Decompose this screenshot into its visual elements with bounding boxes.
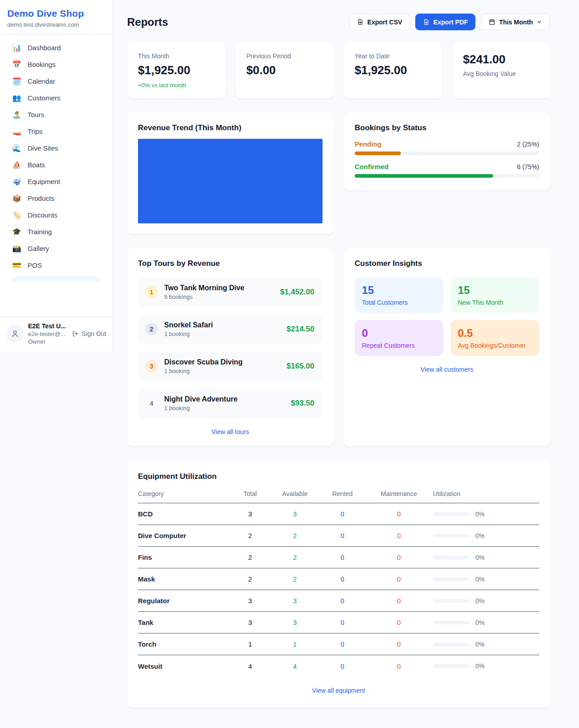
tour-amount: $93.50: [291, 399, 314, 408]
equipment-row: Regulator33000%: [138, 590, 539, 612]
lists-row: Top Tours by Revenue 1Two Tank Morning D…: [127, 248, 550, 446]
rank-badge: 2: [145, 323, 158, 336]
equipment-category: Torch: [138, 640, 230, 648]
tour-info: Two Tank Morning Dive5 bookings: [164, 284, 274, 300]
equipment-row: Torch11000%: [138, 633, 539, 655]
customers-icon: 👥: [12, 95, 21, 102]
utilization-percent: 0%: [475, 597, 484, 605]
status-bar-fill: [355, 151, 401, 155]
training-icon: 🎓: [12, 228, 21, 236]
sidebar-item-training[interactable]: 🎓Training: [5, 223, 107, 240]
status-item: Pending2 (25%): [355, 140, 539, 155]
view-all-tours-link[interactable]: View all tours: [138, 428, 323, 435]
user-name: E2E Test U...: [28, 322, 67, 330]
sidebar-item-label: POS: [28, 261, 42, 269]
revenue-trend-chart: [138, 139, 323, 223]
sidebar-item-label: Discounts: [28, 211, 57, 219]
insight-label: Total Customers: [362, 299, 436, 306]
insight-value: 15: [362, 284, 436, 297]
utilization-bar-track: [433, 534, 469, 538]
export-pdf-button[interactable]: Export PDF: [415, 14, 475, 30]
sidebar-item-calendar[interactable]: 🗓️Calendar: [5, 73, 107, 90]
sidebar-item-tours[interactable]: 🏝️Tours: [5, 106, 107, 123]
insight-tile: 0Repeat Customers: [355, 320, 443, 356]
equipment-utilization-title: Equipment Utilization: [138, 472, 539, 481]
equipment-total: 2: [230, 532, 270, 539]
equipment-rented: 0: [320, 510, 365, 518]
insight-label: Avg Bookings/Customer: [458, 342, 532, 349]
view-all-customers-link[interactable]: View all customers: [355, 366, 539, 373]
sidebar-item-pos[interactable]: 💳POS: [5, 257, 107, 274]
equipment-total: 3: [230, 619, 270, 626]
stat-label: Year to Date: [355, 52, 431, 60]
period-dropdown[interactable]: This Month: [481, 14, 550, 30]
status-count: 6 (75%): [517, 163, 539, 170]
status-item-header: Confirmed6 (75%): [355, 163, 539, 170]
equipment-category: BCD: [138, 510, 230, 518]
user-email: e2e-tester@...: [28, 331, 67, 337]
sidebar-item-label: Equipment: [28, 178, 60, 185]
tour-name: Snorkel Safari: [164, 321, 280, 329]
sidebar-item-reports-partial[interactable]: [12, 276, 100, 281]
sidebar-item-equipment[interactable]: 🤿Equipment: [5, 173, 107, 190]
tour-row: 4Night Dive Adventure1 booking$93.50: [138, 388, 323, 418]
equipment-category: Regulator: [138, 597, 230, 605]
stat-label: This Month: [138, 52, 214, 60]
equipment-maintenance: 0: [365, 532, 433, 539]
equipment-icon: 🤿: [12, 178, 21, 185]
insight-tiles: 15Total Customers15New This Month0Repeat…: [355, 277, 539, 356]
equipment-total: 3: [230, 597, 270, 605]
tour-row: 3Discover Scuba Diving1 booking$165.00: [138, 351, 323, 381]
rank-badge: 3: [145, 360, 158, 373]
sign-out-button[interactable]: Sign Out: [72, 330, 106, 337]
stat-label: Previous Period: [247, 52, 323, 60]
equipment-column-header: Total: [230, 490, 270, 497]
tours-list: 1Two Tank Morning Dive5 bookings$1,452.0…: [138, 277, 323, 418]
sidebar-item-label: Trips: [28, 128, 43, 135]
equipment-available: 3: [270, 510, 320, 518]
equipment-rented: 0: [320, 640, 365, 648]
sidebar-item-gallery[interactable]: 📸Gallery: [5, 240, 107, 257]
status-item-header: Pending2 (25%): [355, 140, 539, 148]
tour-info: Snorkel Safari1 booking: [164, 321, 280, 337]
sidebar-item-boats[interactable]: ⛵Boats: [5, 156, 107, 173]
equipment-column-header: Category: [138, 490, 230, 497]
customer-insights-card: Customer Insights 15Total Customers15New…: [344, 248, 550, 446]
insight-tile: 15Total Customers: [355, 277, 443, 313]
status-list: Pending2 (25%)Confirmed6 (75%): [355, 140, 539, 178]
stat-card: Year to Date$1,925.00: [344, 43, 442, 99]
user-role: Owner: [28, 338, 67, 345]
sidebar-item-bookings[interactable]: 📅Bookings: [5, 56, 107, 73]
sidebar: Demo Dive Shop demo.test.divestreams.com…: [0, 0, 113, 351]
equipment-total: 4: [230, 662, 270, 670]
tour-bookings: 5 bookings: [164, 293, 274, 300]
sidebar-item-customers[interactable]: 👥Customers: [5, 90, 107, 106]
equipment-maintenance: 0: [365, 662, 433, 670]
sidebar-nav: 📊Dashboard📅Bookings🗓️Calendar👥Customers🏝…: [0, 35, 113, 317]
gallery-icon: 📸: [12, 245, 21, 252]
equipment-rented: 0: [320, 553, 365, 561]
sidebar-item-dive-sites[interactable]: 🌊Dive Sites: [5, 140, 107, 156]
export-csv-button[interactable]: Export CSV: [349, 14, 410, 30]
equipment-rented: 0: [320, 662, 365, 670]
tour-name: Night Dive Adventure: [164, 395, 285, 403]
insight-label: New This Month: [458, 299, 532, 306]
bookings-by-status-card: Bookings by Status Pending2 (25%)Confirm…: [344, 113, 550, 190]
utilization-percent: 0%: [475, 641, 484, 648]
view-all-equipment-link[interactable]: View all equipment: [138, 687, 539, 694]
sidebar-item-label: Gallery: [28, 245, 49, 252]
user-section: E2E Test U... e2e-tester@... Owner Sign …: [0, 317, 113, 351]
stat-card: $241.00Avg Booking Value: [452, 43, 551, 99]
insight-tile: 15New This Month: [451, 277, 539, 313]
equipment-utilization-cell: 0%: [433, 554, 539, 561]
rank-badge: 4: [145, 397, 158, 410]
sidebar-item-trips[interactable]: 🚤Trips: [5, 123, 107, 140]
stat-value: $0.00: [247, 63, 323, 77]
equipment-column-header: Rented: [320, 490, 365, 497]
sidebar-item-dashboard[interactable]: 📊Dashboard: [5, 39, 107, 56]
utilization-bar-track: [433, 599, 469, 603]
sidebar-item-products[interactable]: 📦Products: [5, 190, 107, 207]
products-icon: 📦: [12, 195, 21, 202]
equipment-row: Wetsuit44000%: [138, 655, 539, 677]
sidebar-item-discounts[interactable]: 🏷️Discounts: [5, 207, 107, 223]
